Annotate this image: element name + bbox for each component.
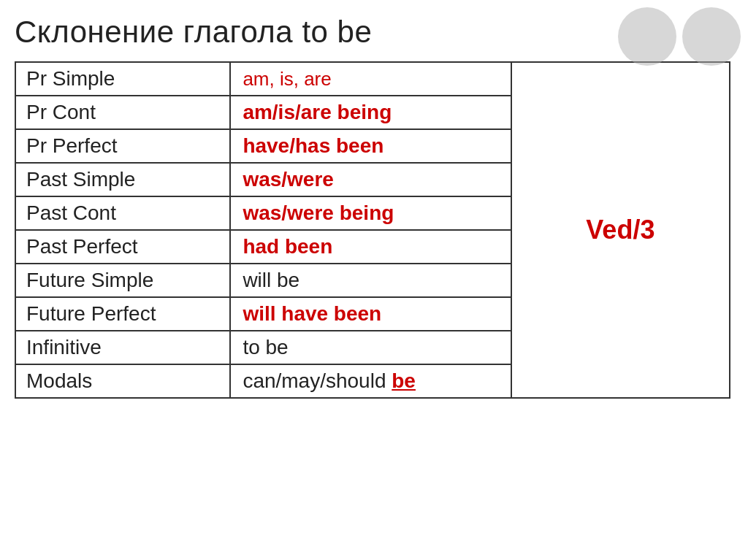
circle-1 <box>618 7 676 66</box>
term-cell: Pr Cont <box>15 96 230 129</box>
page-container: Склонение глагола to be Pr Simple am, is… <box>0 0 748 560</box>
form-cell: was/were <box>230 163 511 196</box>
circle-2 <box>682 7 741 66</box>
ved-cell: Ved/3 <box>511 62 730 398</box>
term-cell: Pr Simple <box>15 62 230 96</box>
form-cell: had been <box>230 230 511 264</box>
form-cell: have/has been <box>230 129 511 163</box>
term-cell: Past Cont <box>15 196 230 230</box>
term-cell: Future Simple <box>15 264 230 297</box>
form-cell: will be <box>230 264 511 297</box>
term-cell: Pr Perfect <box>15 129 230 163</box>
form-cell: can/may/should be <box>230 364 511 398</box>
form-cell: to be <box>230 331 511 364</box>
form-cell: am, is, are <box>230 62 511 96</box>
form-cell: will have been <box>230 297 511 331</box>
decorative-circles <box>618 7 741 66</box>
term-cell: Past Perfect <box>15 230 230 264</box>
form-cell: was/were being <box>230 196 511 230</box>
term-cell: Past Simple <box>15 163 230 196</box>
form-cell: am/is/are being <box>230 96 511 129</box>
term-cell: Future Perfect <box>15 297 230 331</box>
term-cell: Infinitive <box>15 331 230 364</box>
term-cell: Modals <box>15 364 230 398</box>
table-row: Pr Simple am, is, are Ved/3 <box>15 62 730 96</box>
conjugation-table: Pr Simple am, is, are Ved/3 Pr Cont am/i… <box>15 61 730 399</box>
